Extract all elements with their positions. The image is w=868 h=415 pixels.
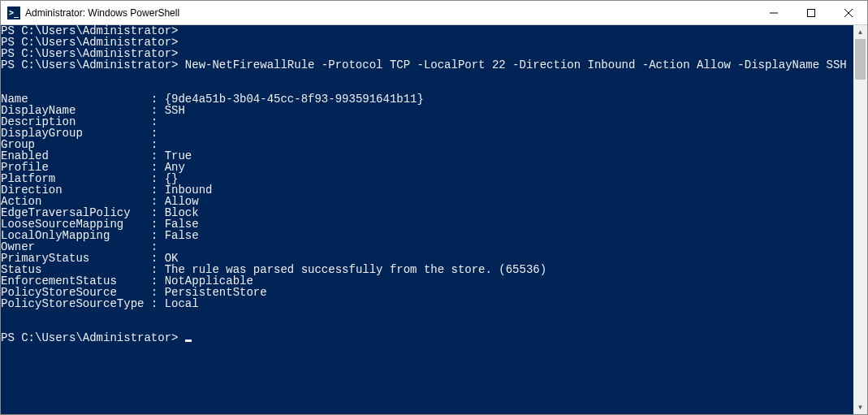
output-row: DisplayName : SSH bbox=[1, 105, 853, 116]
minimize-button[interactable] bbox=[755, 1, 792, 25]
prompt-line: PS C:\Users\Administrator> bbox=[1, 37, 853, 48]
kv-separator: : bbox=[144, 230, 164, 241]
cursor bbox=[185, 339, 192, 342]
command-text: New-NetFirewallRule -Protocol TCP -Local… bbox=[178, 58, 846, 71]
blank-line bbox=[1, 309, 853, 321]
output-row: Status : The rule was parsed successfull… bbox=[1, 264, 853, 275]
kv-separator: : bbox=[144, 275, 164, 287]
kv-separator: : bbox=[144, 253, 164, 264]
output-row: Group : bbox=[1, 139, 853, 150]
output-row: Profile : Any bbox=[1, 162, 853, 173]
output-key: LocalOnlyMapping bbox=[1, 230, 144, 241]
output-key: Status bbox=[1, 264, 144, 275]
output-key: Profile bbox=[1, 162, 144, 173]
output-row: Name : {9de4a51b-3b04-45cc-8f93-99359164… bbox=[1, 93, 853, 105]
kv-separator: : bbox=[144, 207, 164, 218]
kv-separator: : bbox=[144, 162, 164, 173]
output-row: EnforcementStatus : NotApplicable bbox=[1, 275, 853, 287]
output-row: Enabled : True bbox=[1, 150, 853, 162]
kv-separator: : bbox=[144, 105, 164, 116]
output-value: False bbox=[165, 229, 199, 242]
output-row: EdgeTraversalPolicy : Block bbox=[1, 207, 853, 218]
close-button[interactable] bbox=[830, 1, 867, 25]
output-key: DisplayGroup bbox=[1, 128, 144, 139]
output-key: LooseSourceMapping bbox=[1, 218, 144, 230]
kv-separator: : bbox=[144, 196, 164, 207]
kv-separator: : bbox=[144, 241, 164, 253]
output-key: EdgeTraversalPolicy bbox=[1, 207, 144, 218]
output-key: DisplayName bbox=[1, 105, 144, 116]
output-row: PolicyStoreSource : PersistentStore bbox=[1, 287, 853, 298]
kv-separator: : bbox=[144, 298, 164, 309]
terminal[interactable]: PS C:\Users\Administrator>PS C:\Users\Ad… bbox=[1, 25, 853, 414]
blank-line bbox=[1, 321, 853, 332]
output-row: LooseSourceMapping : False bbox=[1, 218, 853, 230]
output-value: SSH bbox=[165, 104, 185, 117]
output-key: Owner bbox=[1, 241, 144, 253]
kv-separator: : bbox=[144, 218, 164, 230]
output-row: PrimaryStatus : OK bbox=[1, 253, 853, 264]
prompt-line: PS C:\Users\Administrator> bbox=[1, 48, 853, 59]
output-row: Action : Allow bbox=[1, 196, 853, 207]
output-key: Description bbox=[1, 116, 144, 128]
output-key: Platform bbox=[1, 173, 144, 184]
close-icon bbox=[844, 9, 853, 17]
kv-separator: : bbox=[144, 128, 164, 139]
output-row: Owner : bbox=[1, 241, 853, 253]
output-key: EnforcementStatus bbox=[1, 275, 144, 287]
svg-rect-1 bbox=[808, 9, 815, 16]
output-key: Action bbox=[1, 196, 144, 207]
vertical-scrollbar[interactable]: ▲ ▼ bbox=[853, 25, 867, 414]
output-key: Enabled bbox=[1, 150, 144, 162]
blank-line bbox=[1, 71, 853, 82]
output-row: Platform : {} bbox=[1, 173, 853, 184]
kv-separator: : bbox=[144, 264, 164, 275]
prompt-line: PS C:\Users\Administrator> New-NetFirewa… bbox=[1, 59, 853, 71]
content-area: PS C:\Users\Administrator>PS C:\Users\Ad… bbox=[1, 25, 867, 414]
kv-separator: : bbox=[144, 116, 164, 128]
output-key: PolicyStoreSourceType bbox=[1, 298, 144, 309]
output-key: PrimaryStatus bbox=[1, 253, 144, 264]
scroll-down-arrow-icon[interactable]: ▼ bbox=[853, 400, 867, 414]
powershell-icon: >_ bbox=[7, 6, 20, 19]
scrollbar-thumb[interactable] bbox=[855, 39, 866, 80]
kv-separator: : bbox=[144, 150, 164, 162]
output-key: Group bbox=[1, 139, 144, 150]
output-key: Direction bbox=[1, 184, 144, 196]
prompt-line-current: PS C:\Users\Administrator> bbox=[1, 332, 853, 344]
output-row: PolicyStoreSourceType : Local bbox=[1, 298, 853, 309]
powershell-window: >_ Administrator: Windows PowerShell PS … bbox=[0, 0, 868, 415]
kv-separator: : bbox=[144, 173, 164, 184]
kv-separator: : bbox=[144, 184, 164, 196]
window-title: Administrator: Windows PowerShell bbox=[25, 7, 179, 19]
maximize-icon bbox=[807, 9, 815, 17]
output-row: Description : bbox=[1, 116, 853, 128]
minimize-icon bbox=[770, 9, 778, 17]
titlebar[interactable]: >_ Administrator: Windows PowerShell bbox=[1, 1, 867, 25]
output-key: Name bbox=[1, 93, 144, 105]
output-value: {9de4a51b-3b04-45cc-8f93-993591641b11} bbox=[165, 93, 424, 106]
kv-separator: : bbox=[144, 287, 164, 298]
maximize-button[interactable] bbox=[792, 1, 830, 25]
output-key: PolicyStoreSource bbox=[1, 287, 144, 298]
prompt-line: PS C:\Users\Administrator> bbox=[1, 25, 853, 37]
scroll-up-arrow-icon[interactable]: ▲ bbox=[853, 25, 867, 39]
prompt-text: PS C:\Users\Administrator> bbox=[1, 58, 178, 71]
kv-separator: : bbox=[144, 139, 164, 150]
prompt-text: PS C:\Users\Administrator> bbox=[1, 331, 185, 344]
output-value: Local bbox=[165, 297, 199, 310]
output-row: Direction : Inbound bbox=[1, 184, 853, 196]
output-row: LocalOnlyMapping : False bbox=[1, 230, 853, 241]
output-row: DisplayGroup : bbox=[1, 128, 853, 139]
kv-separator: : bbox=[144, 93, 164, 105]
blank-line bbox=[1, 82, 853, 93]
